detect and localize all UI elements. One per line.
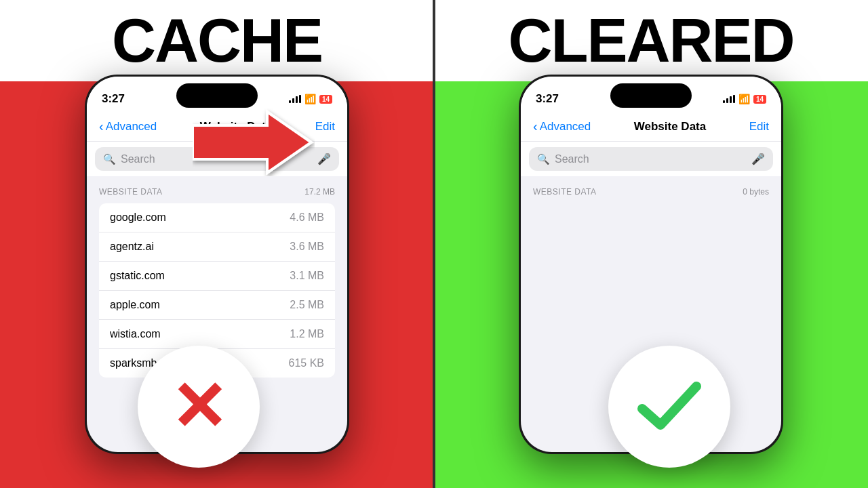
left-nav-back[interactable]: ‹ Advanced <box>99 119 157 134</box>
checkmark-circle <box>608 346 730 468</box>
signal-bar-2 <box>292 98 294 103</box>
right-website-data-section: WEBSITE DATA 0 bytes <box>521 176 781 358</box>
size-label: 615 KB <box>289 357 324 369</box>
signal-bar-2 <box>726 98 728 103</box>
domain-label: apple.com <box>110 299 160 311</box>
left-chevron-icon: ‹ <box>99 119 104 134</box>
right-search-icon: 🔍 <box>537 153 550 165</box>
left-panel: CACHE 3:27 📶 14 <box>0 0 434 488</box>
right-battery: 14 <box>753 95 766 104</box>
left-section-header: WEBSITE DATA 17.2 MB <box>99 187 335 197</box>
left-search-icon: 🔍 <box>103 153 116 165</box>
table-row[interactable]: agentz.ai 3.6 MB <box>99 232 335 262</box>
right-signal <box>723 95 735 103</box>
signal-bar-3 <box>296 96 298 103</box>
left-nav-row: ‹ Advanced Website Data Edit <box>99 119 335 134</box>
size-label: 4.6 MB <box>290 211 324 224</box>
left-battery: 14 <box>319 95 332 104</box>
right-title-bar: CLEARED <box>434 0 868 81</box>
right-status-bar: 3:27 📶 14 <box>521 77 781 113</box>
right-nav-row: ‹ Advanced Website Data Edit <box>533 119 769 134</box>
left-nav-bar: ‹ Advanced Website Data Edit <box>87 113 347 142</box>
signal-bar-3 <box>730 96 732 103</box>
left-nav-title: Website Data <box>200 120 272 134</box>
right-search-bar[interactable]: 🔍 Search 🎤 <box>529 147 773 171</box>
right-nav-bar: ‹ Advanced Website Data Edit <box>521 113 781 142</box>
right-section-header: WEBSITE DATA 0 bytes <box>533 187 769 197</box>
right-status-icons: 📶 14 <box>723 94 766 104</box>
left-section-label: WEBSITE DATA <box>99 187 163 197</box>
domain-label: agentz.ai <box>110 241 154 253</box>
xmark-icon: ✕ <box>170 373 227 441</box>
left-wifi-icon: 📶 <box>304 94 316 104</box>
left-edit-button[interactable]: Edit <box>315 120 335 134</box>
left-title-bar: CACHE <box>0 0 434 81</box>
right-panel: CLEARED 3:27 📶 14 <box>434 0 868 488</box>
left-status-icons: 📶 14 <box>289 94 332 104</box>
panel-divider <box>433 0 435 488</box>
signal-bar-4 <box>733 95 735 103</box>
signal-bar-4 <box>299 95 301 103</box>
right-back-label: Advanced <box>540 120 591 134</box>
right-dynamic-island <box>610 83 692 108</box>
domain-label: gstatic.com <box>110 270 165 282</box>
size-label: 2.5 MB <box>290 299 324 311</box>
checkmark-icon <box>632 369 707 444</box>
right-nav-title: Website Data <box>634 120 706 134</box>
table-row[interactable]: apple.com 2.5 MB <box>99 291 335 320</box>
right-search-placeholder: Search <box>555 153 747 165</box>
right-section-label: WEBSITE DATA <box>533 187 597 197</box>
left-dynamic-island <box>176 83 258 108</box>
size-label: 3.6 MB <box>290 241 324 253</box>
right-title: CLEARED <box>508 6 793 76</box>
right-wifi-icon: 📶 <box>738 94 750 104</box>
domain-label: google.com <box>110 211 166 224</box>
left-title: CACHE <box>112 6 322 76</box>
right-mic-icon: 🎤 <box>751 152 765 165</box>
left-section-total: 17.2 MB <box>304 187 335 197</box>
left-mic-icon: 🎤 <box>317 152 331 165</box>
size-label: 3.1 MB <box>290 270 324 282</box>
size-label: 1.2 MB <box>290 328 324 340</box>
right-search-container: 🔍 Search 🎤 <box>521 142 781 176</box>
right-section-total: 0 bytes <box>743 187 769 197</box>
xmark-circle: ✕ <box>138 346 260 468</box>
domain-label: wistia.com <box>110 328 161 340</box>
left-signal <box>289 95 301 103</box>
right-chevron-icon: ‹ <box>533 119 538 134</box>
right-empty-list <box>533 203 769 352</box>
left-back-label: Advanced <box>106 120 157 134</box>
signal-bar-1 <box>723 100 725 103</box>
left-search-container: 🔍 Search 🎤 <box>87 142 347 176</box>
table-row[interactable]: gstatic.com 3.1 MB <box>99 262 335 291</box>
table-row[interactable]: wistia.com 1.2 MB <box>99 320 335 349</box>
signal-bar-1 <box>289 100 291 103</box>
right-nav-back[interactable]: ‹ Advanced <box>533 119 591 134</box>
right-status-time: 3:27 <box>536 92 559 106</box>
left-status-time: 3:27 <box>102 92 125 106</box>
left-status-bar: 3:27 📶 14 <box>87 77 347 113</box>
table-row[interactable]: google.com 4.6 MB <box>99 203 335 232</box>
left-search-bar[interactable]: 🔍 Search 🎤 <box>95 147 339 171</box>
right-edit-button[interactable]: Edit <box>749 120 769 134</box>
left-search-placeholder: Search <box>121 153 313 165</box>
